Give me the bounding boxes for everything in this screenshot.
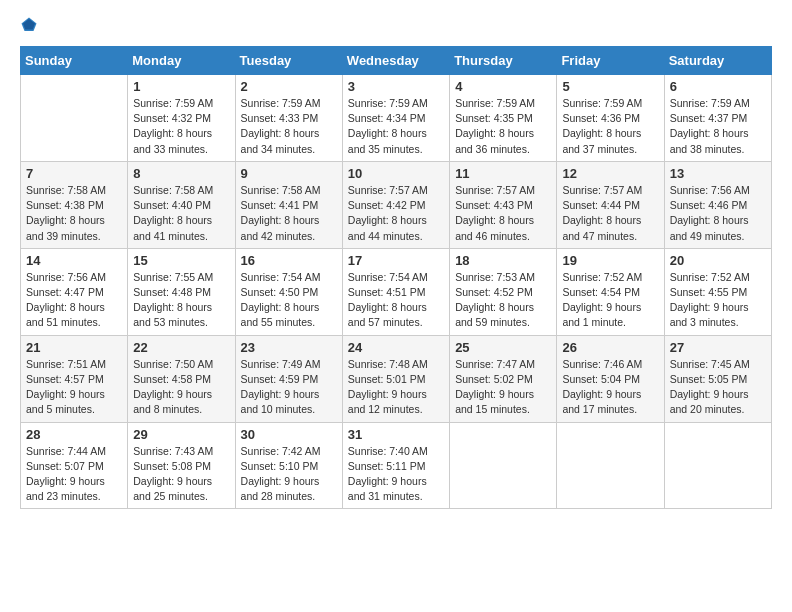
day-info: Sunrise: 7:40 AM Sunset: 5:11 PM Dayligh… [348, 444, 444, 505]
day-number: 7 [26, 166, 122, 181]
day-info: Sunrise: 7:53 AM Sunset: 4:52 PM Dayligh… [455, 270, 551, 331]
col-header-friday: Friday [557, 47, 664, 75]
day-number: 8 [133, 166, 229, 181]
calendar-cell: 15Sunrise: 7:55 AM Sunset: 4:48 PM Dayli… [128, 248, 235, 335]
col-header-saturday: Saturday [664, 47, 771, 75]
header [20, 16, 772, 34]
week-row-5: 28Sunrise: 7:44 AM Sunset: 5:07 PM Dayli… [21, 422, 772, 509]
col-header-wednesday: Wednesday [342, 47, 449, 75]
main-container: SundayMondayTuesdayWednesdayThursdayFrid… [0, 0, 792, 519]
col-header-tuesday: Tuesday [235, 47, 342, 75]
day-info: Sunrise: 7:49 AM Sunset: 4:59 PM Dayligh… [241, 357, 337, 418]
week-row-1: 1Sunrise: 7:59 AM Sunset: 4:32 PM Daylig… [21, 75, 772, 162]
day-number: 26 [562, 340, 658, 355]
day-info: Sunrise: 7:58 AM Sunset: 4:41 PM Dayligh… [241, 183, 337, 244]
day-number: 9 [241, 166, 337, 181]
day-info: Sunrise: 7:57 AM Sunset: 4:42 PM Dayligh… [348, 183, 444, 244]
day-number: 21 [26, 340, 122, 355]
day-number: 23 [241, 340, 337, 355]
calendar-cell [21, 75, 128, 162]
calendar-cell: 24Sunrise: 7:48 AM Sunset: 5:01 PM Dayli… [342, 335, 449, 422]
calendar-cell: 10Sunrise: 7:57 AM Sunset: 4:42 PM Dayli… [342, 161, 449, 248]
day-number: 29 [133, 427, 229, 442]
day-number: 30 [241, 427, 337, 442]
day-info: Sunrise: 7:58 AM Sunset: 4:40 PM Dayligh… [133, 183, 229, 244]
day-number: 13 [670, 166, 766, 181]
col-header-thursday: Thursday [450, 47, 557, 75]
col-header-sunday: Sunday [21, 47, 128, 75]
calendar-cell: 1Sunrise: 7:59 AM Sunset: 4:32 PM Daylig… [128, 75, 235, 162]
day-number: 5 [562, 79, 658, 94]
calendar-cell: 21Sunrise: 7:51 AM Sunset: 4:57 PM Dayli… [21, 335, 128, 422]
day-number: 24 [348, 340, 444, 355]
day-info: Sunrise: 7:59 AM Sunset: 4:32 PM Dayligh… [133, 96, 229, 157]
calendar-cell [664, 422, 771, 509]
calendar-cell: 13Sunrise: 7:56 AM Sunset: 4:46 PM Dayli… [664, 161, 771, 248]
calendar-cell: 26Sunrise: 7:46 AM Sunset: 5:04 PM Dayli… [557, 335, 664, 422]
day-info: Sunrise: 7:54 AM Sunset: 4:50 PM Dayligh… [241, 270, 337, 331]
day-info: Sunrise: 7:59 AM Sunset: 4:34 PM Dayligh… [348, 96, 444, 157]
day-info: Sunrise: 7:43 AM Sunset: 5:08 PM Dayligh… [133, 444, 229, 505]
day-number: 25 [455, 340, 551, 355]
day-number: 31 [348, 427, 444, 442]
calendar-cell: 25Sunrise: 7:47 AM Sunset: 5:02 PM Dayli… [450, 335, 557, 422]
day-number: 18 [455, 253, 551, 268]
day-number: 3 [348, 79, 444, 94]
calendar-cell: 23Sunrise: 7:49 AM Sunset: 4:59 PM Dayli… [235, 335, 342, 422]
day-info: Sunrise: 7:56 AM Sunset: 4:47 PM Dayligh… [26, 270, 122, 331]
calendar-cell [557, 422, 664, 509]
day-info: Sunrise: 7:57 AM Sunset: 4:43 PM Dayligh… [455, 183, 551, 244]
calendar-cell [450, 422, 557, 509]
calendar-cell: 28Sunrise: 7:44 AM Sunset: 5:07 PM Dayli… [21, 422, 128, 509]
day-info: Sunrise: 7:51 AM Sunset: 4:57 PM Dayligh… [26, 357, 122, 418]
calendar-cell: 12Sunrise: 7:57 AM Sunset: 4:44 PM Dayli… [557, 161, 664, 248]
day-number: 17 [348, 253, 444, 268]
day-number: 19 [562, 253, 658, 268]
calendar-cell: 2Sunrise: 7:59 AM Sunset: 4:33 PM Daylig… [235, 75, 342, 162]
calendar-cell: 6Sunrise: 7:59 AM Sunset: 4:37 PM Daylig… [664, 75, 771, 162]
day-info: Sunrise: 7:58 AM Sunset: 4:38 PM Dayligh… [26, 183, 122, 244]
calendar-cell: 4Sunrise: 7:59 AM Sunset: 4:35 PM Daylig… [450, 75, 557, 162]
day-number: 14 [26, 253, 122, 268]
day-number: 15 [133, 253, 229, 268]
calendar-cell: 29Sunrise: 7:43 AM Sunset: 5:08 PM Dayli… [128, 422, 235, 509]
day-info: Sunrise: 7:52 AM Sunset: 4:54 PM Dayligh… [562, 270, 658, 331]
header-row: SundayMondayTuesdayWednesdayThursdayFrid… [21, 47, 772, 75]
calendar-cell: 17Sunrise: 7:54 AM Sunset: 4:51 PM Dayli… [342, 248, 449, 335]
day-info: Sunrise: 7:47 AM Sunset: 5:02 PM Dayligh… [455, 357, 551, 418]
day-info: Sunrise: 7:59 AM Sunset: 4:35 PM Dayligh… [455, 96, 551, 157]
calendar-cell: 30Sunrise: 7:42 AM Sunset: 5:10 PM Dayli… [235, 422, 342, 509]
calendar-cell: 18Sunrise: 7:53 AM Sunset: 4:52 PM Dayli… [450, 248, 557, 335]
calendar-cell: 31Sunrise: 7:40 AM Sunset: 5:11 PM Dayli… [342, 422, 449, 509]
calendar-cell: 7Sunrise: 7:58 AM Sunset: 4:38 PM Daylig… [21, 161, 128, 248]
day-number: 11 [455, 166, 551, 181]
day-info: Sunrise: 7:46 AM Sunset: 5:04 PM Dayligh… [562, 357, 658, 418]
calendar-cell: 5Sunrise: 7:59 AM Sunset: 4:36 PM Daylig… [557, 75, 664, 162]
day-number: 27 [670, 340, 766, 355]
day-info: Sunrise: 7:55 AM Sunset: 4:48 PM Dayligh… [133, 270, 229, 331]
day-info: Sunrise: 7:52 AM Sunset: 4:55 PM Dayligh… [670, 270, 766, 331]
day-number: 4 [455, 79, 551, 94]
calendar-cell: 11Sunrise: 7:57 AM Sunset: 4:43 PM Dayli… [450, 161, 557, 248]
day-info: Sunrise: 7:44 AM Sunset: 5:07 PM Dayligh… [26, 444, 122, 505]
day-number: 1 [133, 79, 229, 94]
calendar-cell: 16Sunrise: 7:54 AM Sunset: 4:50 PM Dayli… [235, 248, 342, 335]
week-row-3: 14Sunrise: 7:56 AM Sunset: 4:47 PM Dayli… [21, 248, 772, 335]
day-info: Sunrise: 7:45 AM Sunset: 5:05 PM Dayligh… [670, 357, 766, 418]
day-number: 10 [348, 166, 444, 181]
logo [20, 16, 46, 34]
svg-marker-1 [23, 19, 35, 30]
day-number: 28 [26, 427, 122, 442]
col-header-monday: Monday [128, 47, 235, 75]
day-number: 12 [562, 166, 658, 181]
calendar-cell: 27Sunrise: 7:45 AM Sunset: 5:05 PM Dayli… [664, 335, 771, 422]
calendar-cell: 9Sunrise: 7:58 AM Sunset: 4:41 PM Daylig… [235, 161, 342, 248]
calendar-cell: 3Sunrise: 7:59 AM Sunset: 4:34 PM Daylig… [342, 75, 449, 162]
day-info: Sunrise: 7:59 AM Sunset: 4:36 PM Dayligh… [562, 96, 658, 157]
calendar-cell: 20Sunrise: 7:52 AM Sunset: 4:55 PM Dayli… [664, 248, 771, 335]
calendar-cell: 14Sunrise: 7:56 AM Sunset: 4:47 PM Dayli… [21, 248, 128, 335]
day-number: 16 [241, 253, 337, 268]
day-info: Sunrise: 7:57 AM Sunset: 4:44 PM Dayligh… [562, 183, 658, 244]
day-info: Sunrise: 7:56 AM Sunset: 4:46 PM Dayligh… [670, 183, 766, 244]
logo-icon [20, 16, 38, 34]
